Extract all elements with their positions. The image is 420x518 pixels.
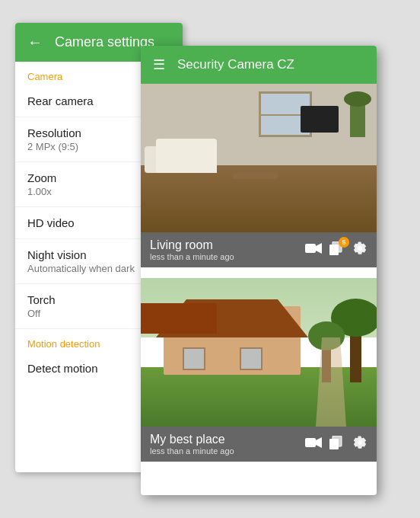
house-window-1	[183, 347, 205, 370]
svg-rect-7	[332, 436, 342, 446]
house-roof	[156, 299, 308, 337]
my-best-place-actions	[305, 435, 368, 454]
my-best-place-timestamp: less than a minute ago	[150, 446, 299, 456]
back-button[interactable]: ←	[27, 34, 43, 51]
my-best-place-video-icon[interactable]	[305, 436, 322, 452]
tree-1	[350, 321, 361, 382]
security-camera-title: Security Camera CZ	[177, 57, 294, 72]
lr-sofa	[156, 139, 217, 173]
my-best-place-feed: My best place less than a minute ago	[141, 278, 377, 472]
living-room-photos-icon[interactable]: 5	[329, 241, 345, 259]
living-room-video-icon[interactable]	[305, 242, 322, 258]
menu-icon[interactable]: ☰	[153, 56, 165, 73]
outdoor-image	[141, 278, 377, 427]
svg-marker-1	[316, 243, 322, 254]
path	[316, 337, 346, 427]
living-room-actions: 5	[305, 241, 368, 260]
my-best-place-photos-icon[interactable]	[329, 436, 345, 453]
camera-settings-title: Camera settings	[55, 34, 154, 50]
living-room-timestamp: less than a minute ago	[150, 252, 299, 261]
living-room-feed: Living room less than a minute ago 5	[141, 84, 377, 278]
my-best-place-info-bar: My best place less than a minute ago	[141, 427, 377, 462]
my-best-place-name: My best place	[150, 433, 299, 446]
lr-tv	[301, 106, 339, 133]
living-room-name: Living room	[150, 238, 299, 252]
house-window-2	[240, 347, 262, 370]
lr-plant	[350, 99, 365, 137]
living-room-settings-icon[interactable]	[352, 241, 368, 260]
living-room-info-bar: Living room less than a minute ago 5	[141, 232, 377, 267]
svg-rect-4	[305, 438, 316, 447]
photo-badge: 5	[339, 237, 349, 248]
svg-marker-5	[316, 437, 322, 448]
security-camera-header: ☰ Security Camera CZ	[141, 46, 377, 84]
living-room-image	[141, 84, 377, 232]
svg-rect-0	[305, 244, 316, 253]
security-camera-panel: ☰ Security Camera CZ Living room less th…	[141, 46, 377, 495]
lr-table	[232, 173, 278, 179]
my-best-place-settings-icon[interactable]	[352, 435, 368, 454]
